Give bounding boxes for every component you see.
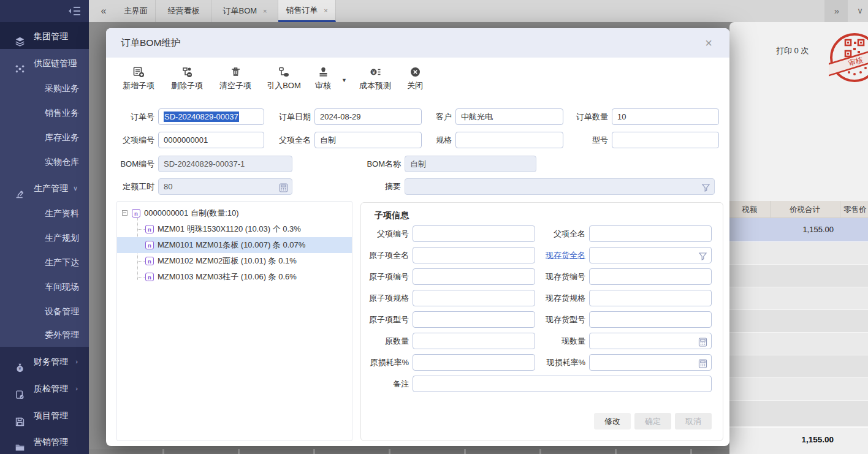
spec-label: 规格 (378, 132, 452, 148)
sidebar-item-project[interactable]: 项目管理 (0, 402, 89, 429)
tree-collapse-icon[interactable] (122, 210, 128, 216)
total-amount: 1,155.00 (801, 435, 834, 444)
sidebar-item-production-data[interactable]: 生产资料 (0, 201, 89, 225)
cost-forecast-icon: ¥ (370, 66, 381, 78)
table-row[interactable] (729, 241, 868, 264)
sidebar-item-inventory[interactable]: 库存业务 (0, 125, 89, 149)
cur-stock-no-input[interactable] (589, 268, 712, 285)
button-label: 删除子项 (171, 80, 203, 91)
modify-button[interactable]: 修改 (594, 413, 631, 429)
sidebar-item-production-planning[interactable]: 生产规划 (0, 225, 89, 250)
cur-loss-rate-input[interactable] (589, 354, 712, 371)
tab-close-icon[interactable]: × (263, 7, 267, 15)
tabs-overflow-button[interactable]: » (824, 0, 848, 22)
cur-stock-spec-input[interactable] (589, 290, 712, 306)
tree-node[interactable]: n MZM0103 MZM03柱子 (10.06) 条 0.6% (117, 269, 352, 285)
quota-hours-label: 定额工时 (81, 178, 154, 195)
sidebar-item-production-mgmt[interactable]: 生产管理 ∨ (0, 175, 89, 201)
calculator-icon (279, 182, 288, 191)
tree-node-selected[interactable]: n MZM0101 MZM01条板 (10.007) 条 0.07% (117, 237, 352, 253)
sidebar-item-label: 营销管理 (34, 429, 68, 454)
tree-root-node[interactable]: n 0000000001 自制(数量:10) (117, 205, 352, 221)
sidebar-item-production-release[interactable]: 生产下达 (0, 250, 89, 274)
table-row[interactable] (729, 355, 868, 377)
tab-label: 销售订单 (286, 6, 318, 15)
top-tab-bar: « 主界面 经营看板 订单BOM× 销售订单× » ∨ (0, 0, 868, 22)
table-row[interactable] (729, 400, 868, 426)
table-row[interactable] (729, 309, 868, 332)
table-row[interactable] (729, 332, 868, 355)
order-bom-dialog: 订单BOM维护 × 新增子项 删除子项 清空子项 引入BOM 审核 ▼ ¥ 成本… (106, 28, 729, 446)
tab-main[interactable]: 主界面 (116, 0, 156, 22)
close-dialog-button[interactable]: 关闭 (402, 66, 428, 97)
sidebar-item-marketing[interactable]: 营销管理 (0, 429, 89, 454)
import-bom-button[interactable]: 引入BOM (264, 66, 304, 97)
clear-subitems-button[interactable]: 清空子项 (216, 66, 254, 97)
confirm-button[interactable]: 确定 (634, 413, 671, 429)
svg-text:¥: ¥ (19, 366, 21, 371)
cancel-button[interactable]: 取消 (675, 413, 712, 429)
tab-close-icon[interactable]: × (324, 7, 327, 14)
sidebar-item-finance[interactable]: ¥ 财务管理 › (0, 348, 89, 375)
bom-no-input: SD-20240829-00037-1 (158, 156, 292, 172)
sidebar-item-group-mgmt[interactable]: 集团管理 (0, 23, 89, 49)
sidebar-collapse-icon[interactable] (68, 6, 82, 17)
layers-icon (15, 31, 25, 42)
button-label: 引入BOM (267, 80, 301, 91)
remark-input[interactable] (413, 376, 712, 392)
dialog-close-icon[interactable]: × (701, 36, 716, 50)
filter-icon[interactable] (701, 182, 710, 191)
app-window: « 主界面 经营看板 订单BOM× 销售订单× » ∨ 集团管理 供应链管理 ∨… (0, 0, 868, 454)
table-row[interactable] (729, 377, 868, 400)
col-header-retail-price: 零售价 (843, 201, 868, 218)
cur-qty-input[interactable] (589, 333, 712, 349)
orig-qty-label: 原数量 (340, 333, 409, 349)
detail-parent-name-label: 父项全名 (517, 225, 585, 242)
audit-dropdown-caret[interactable]: ▼ (341, 77, 347, 83)
tab-order-bom[interactable]: 订单BOM× (212, 0, 278, 22)
network-icon (15, 58, 25, 69)
sidebar-item-workshop[interactable]: 车间现场 (0, 274, 89, 299)
audit-button[interactable]: 审核 (310, 66, 336, 97)
bom-tree-panel: n 0000000001 自制(数量:10) n MZM01 明珠1530X11… (116, 201, 352, 441)
cost-forecast-button[interactable]: ¥ 成本预测 (356, 66, 394, 97)
sidebar-item-purchase[interactable]: 采购业务 (0, 76, 89, 100)
table-total-row: 1,155.00 (729, 426, 868, 454)
cur-stock-model-input[interactable] (589, 311, 712, 328)
cur-stock-name-input[interactable] (589, 247, 712, 263)
sidebar-item-quality[interactable]: 质检管理 › (0, 375, 89, 402)
tree-node[interactable]: n MZM0102 MZM02面板 (10.01) 条 0.1% (117, 253, 352, 269)
sidebar-item-label: 财务管理 (34, 348, 68, 375)
order-qty-input[interactable]: 10 (612, 108, 719, 125)
button-label: 审核 (315, 80, 331, 91)
filter-icon[interactable] (698, 251, 707, 260)
detail-parent-name-input[interactable] (589, 225, 712, 242)
button-label: 关闭 (407, 80, 423, 91)
bom-name-label: BOM名称 (327, 156, 401, 172)
sidebar-item-outsourcing[interactable]: 委外管理 (0, 322, 89, 347)
tree-node[interactable]: n MZM01 明珠1530X1120 (10.03) 个 0.3% (117, 221, 352, 237)
cur-stock-no-label: 现存货编号 (517, 268, 585, 285)
add-subitem-icon (133, 66, 145, 78)
tree-node-label: MZM0102 MZM02面板 (10.01) 条 0.1% (158, 256, 297, 265)
table-row[interactable] (729, 264, 868, 287)
sidebar-item-label: 生产资料 (45, 201, 79, 225)
dialog-title: 订单BOM维护 (121, 28, 180, 58)
table-row[interactable] (729, 287, 868, 309)
add-subitem-button[interactable]: 新增子项 (120, 66, 158, 97)
clipboard-check-icon (15, 384, 25, 394)
sidebar-item-label: 采购业务 (45, 76, 79, 100)
tabs-scroll-left-button[interactable]: « (92, 0, 115, 22)
table-row-selected[interactable]: 1,155.00 (729, 218, 868, 241)
cur-stock-name-link[interactable]: 现存货全名 (517, 247, 585, 263)
tab-sales-order[interactable]: 销售订单× (278, 0, 336, 22)
tab-dashboard[interactable]: 经营看板 (156, 0, 212, 22)
sidebar-item-supply-chain[interactable]: 供应链管理 ∨ (0, 50, 89, 76)
model-input[interactable] (612, 132, 719, 148)
delete-subitem-button[interactable]: 删除子项 (168, 66, 206, 97)
chevron-down-icon: ∨ (73, 50, 78, 76)
tabs-dropdown-button[interactable]: ∨ (852, 0, 868, 22)
sidebar-item-warehouse[interactable]: 实物仓库 (0, 149, 89, 174)
sidebar-item-equipment[interactable]: 设备管理 (0, 299, 89, 323)
sidebar-item-sales[interactable]: 销售业务 (0, 100, 89, 125)
